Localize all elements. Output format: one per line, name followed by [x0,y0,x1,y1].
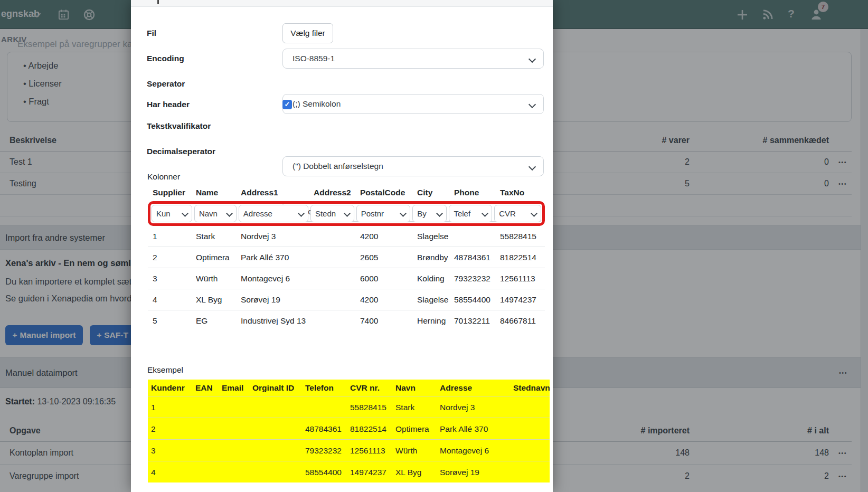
cell [219,461,249,482]
cell: 1 [148,226,191,247]
cell [449,226,495,247]
tekstkvalifikator-select[interactable]: (") Dobbelt anførselstegn [282,156,544,176]
table-row: 37932323212561113WürthMontagevej 6 [148,439,550,461]
cell: Optimera [392,418,437,439]
cell: Würth [191,268,236,289]
column-header: Address1 [236,186,309,200]
eksempel-header-row: Kundenr EAN Email Orginalt ID Telefon CV… [148,380,550,396]
eksempel-label: Eksempel [147,365,183,375]
cell [309,310,355,332]
table-row: 2OptimeraPark Allé 3702605Brøndby4878436… [148,247,545,268]
cell: 4200 [355,289,412,310]
cell: 4 [148,461,192,482]
cell: 79323232 [302,440,347,461]
cell: 84667811 [495,310,545,332]
cell [219,418,249,439]
table-row: 155828415StarkNordvej 3 [148,396,550,418]
cell [219,440,249,461]
mapping-select-name[interactable]: Navn [194,205,237,222]
cell [510,396,550,418]
cell: Industrivej Syd 13 [236,310,309,332]
cell [192,440,219,461]
column-header: City [412,186,449,200]
cell: Herning [412,310,449,332]
cell: 2 [148,418,192,439]
cell: 4200 [355,226,412,247]
cell: Stark [191,226,236,247]
file-picker-button[interactable]: Vælg filer [282,23,333,43]
cell: EG [191,310,236,332]
cell: 48784361 [302,418,347,439]
cell [249,440,302,461]
cell [309,247,355,268]
import-dialog: Fil Vælg filer Encoding ISO-8859-1 Seper… [131,0,553,492]
cell [510,440,550,461]
column-header: Stednavn [510,380,550,396]
cell: 7400 [355,310,412,332]
column-header: TaxNo [495,186,545,200]
cell: 79323232 [449,268,495,289]
column-header: Address2 [309,186,355,200]
modal-header-edge [131,0,553,7]
table-row: 24878436181822514OptimeraPark Allé 370 [148,418,550,439]
cell: 5 [148,310,191,332]
cell [309,289,355,310]
table-row: 3WürthMontagevej 66000Kolding79323232125… [148,268,545,289]
column-header: Supplier [148,186,191,200]
column-header: EAN [192,380,219,396]
cell: Kolding [412,268,449,289]
cell [249,461,302,482]
mapping-select-address1[interactable]: Adresse [239,205,308,222]
cell: 48784361 [449,247,495,268]
column-header: CVR nr. [347,380,392,396]
mapping-selects-highlight: Kun Navn Adresse Stedn Postnr By Telef C… [148,201,545,226]
cell [309,268,355,289]
mapping-select-taxno[interactable]: CVR [494,205,541,222]
encoding-select[interactable]: ISO-8859-1 [282,49,544,69]
mapping-select-supplier[interactable]: Kun [152,205,192,222]
cell: XL Byg [191,289,236,310]
eksempel-rows: 155828415StarkNordvej 3 2487843618182251… [148,396,550,482]
separator-select[interactable]: (;) Semikolon [282,94,544,114]
cell: 2 [148,247,191,268]
cell [192,461,219,482]
cell: Brøndby [412,247,449,268]
encoding-label: Encoding [147,49,279,69]
mapping-select-address2[interactable]: Stedn [310,205,354,222]
mapping-select-postalcode[interactable]: Postnr [356,205,411,222]
cell: 3 [148,268,191,289]
cell [192,418,219,439]
cell: Sorøvej 19 [437,461,510,482]
fil-label: Fil [147,23,279,43]
column-header: Kundenr [148,380,192,396]
har-header-label: Har header [147,97,279,112]
cell: Würth [392,440,437,461]
mapping-select-city[interactable]: By [412,205,447,222]
cell: 4 [148,289,191,310]
table-row: 4XL BygSorøvej 194200Slagelse58554400149… [148,289,545,310]
column-header: Email [219,380,249,396]
cell: Sorøvej 19 [236,289,309,310]
cell: Stark [392,396,437,418]
har-header-checkbox[interactable]: ✓ [282,100,292,109]
cell [309,226,355,247]
column-header: Phone [449,186,495,200]
cell [192,396,219,418]
mapping-select-phone[interactable]: Telef [449,205,492,222]
cell: 3 [148,440,192,461]
cell: Montagevej 6 [437,440,510,461]
cell [510,461,550,482]
kolonner-header-row: Supplier Name Address1 Address2 PostalCo… [148,186,545,200]
kolonner-label: Kolonner [147,172,180,182]
cell: 14974237 [495,289,545,310]
column-header: Name [191,186,236,200]
cell: Slagelse [412,289,449,310]
tekstkvalifikator-label: Tekstkvalifikator [147,116,279,136]
column-header: Adresse [437,380,510,396]
cell: 1 [148,396,192,418]
cell: 81822514 [347,418,392,439]
modal-title-remnant [157,0,159,4]
table-row: 45855440014974237XL BygSorøvej 19 [148,461,550,482]
cell: 70132211 [449,310,495,332]
table-row: 1StarkNordvej 34200Slagelse55828415 [148,226,545,247]
